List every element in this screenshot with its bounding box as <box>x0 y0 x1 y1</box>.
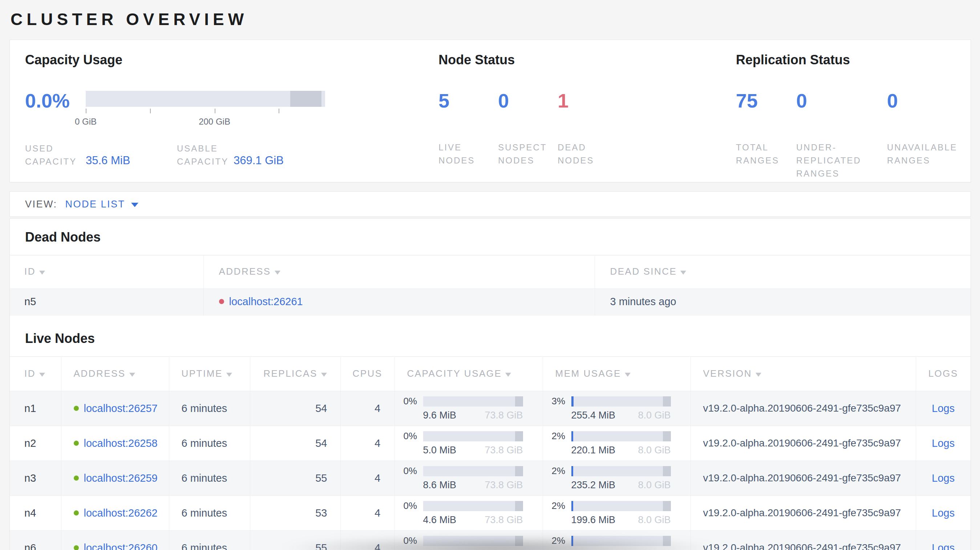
under-replicated-ranges-stat: 0 UNDER-REPLICATED RANGES <box>796 91 887 180</box>
live-col-replicas[interactable]: REPLICAS <box>250 356 340 391</box>
live-node-row: n4 localhost:26262 6 minutes 53 4 0% 4.6… <box>10 496 970 530</box>
suspect-nodes-count: 0 <box>498 91 558 110</box>
node-status-title: Node Status <box>438 52 736 68</box>
mem-used-value: 220.1 MiB <box>571 445 616 456</box>
live-nodes-count: 5 <box>438 91 498 110</box>
live-col-mem-usage[interactable]: MEM USAGE <box>542 356 690 391</box>
sort-arrow-icon <box>129 373 135 377</box>
dead-node-row: n5 localhost:26261 3 minutes ago <box>10 288 970 316</box>
mem-bar <box>571 396 671 407</box>
node-mem-usage-cell: 2% 235.2 MiB 8.0 GiB <box>542 461 690 496</box>
capacity-used-value: 9.6 MiB <box>423 410 457 421</box>
sort-arrow-icon <box>680 271 686 275</box>
used-capacity-label: USED CAPACITY <box>25 142 86 168</box>
live-node-row: n2 localhost:26258 6 minutes 54 4 0% 5.0… <box>10 426 970 461</box>
node-address-cell: localhost:26262 <box>61 496 169 530</box>
logs-link[interactable]: Logs <box>932 437 955 449</box>
dead-col-id[interactable]: ID <box>10 255 204 288</box>
capacity-percent: 0% <box>404 535 420 546</box>
logs-link[interactable]: Logs <box>932 542 955 550</box>
page-title: CLUSTER OVERVIEW <box>11 10 980 29</box>
dead-nodes-stat: 1 DEAD NODES <box>558 91 617 167</box>
live-node-row: n3 localhost:26259 6 minutes 55 4 0% 8.6… <box>10 461 970 496</box>
live-col-capacity-usage[interactable]: CAPACITY USAGE <box>395 356 542 391</box>
unavailable-ranges-label: UNAVAILABLE RANGES <box>887 141 970 167</box>
replication-status-section: Replication Status 75 TOTAL RANGES 0 UND… <box>736 52 970 182</box>
dead-nodes-heading: Dead Nodes <box>25 230 970 245</box>
node-id: n5 <box>10 288 204 316</box>
capacity-axis-tick <box>215 109 215 113</box>
node-replicas: 54 <box>250 391 340 426</box>
capacity-total-value: 73.8 GiB <box>485 445 523 456</box>
node-version: v19.2.0-alpha.20190606-2491-gfe735c9a97 <box>690 530 916 550</box>
mem-total-value: 8.0 GiB <box>638 480 671 491</box>
node-uptime: 6 minutes <box>169 391 250 426</box>
node-id: n6 <box>10 530 61 550</box>
node-logs-cell: Logs <box>916 461 970 496</box>
dead-col-address[interactable]: ADDRESS <box>204 255 595 288</box>
live-col-version[interactable]: VERSION <box>690 356 916 391</box>
cluster-summary-card: Capacity Usage 0.0% 0 GiB200 GiB USED CA… <box>10 40 970 182</box>
node-capacity-usage-cell: 0% 5.0 MiB 73.8 GiB <box>395 426 542 461</box>
sort-arrow-icon <box>39 271 45 275</box>
node-logs-cell: Logs <box>916 391 970 426</box>
suspect-nodes-label: SUSPECT NODES <box>498 141 558 167</box>
mem-used-value: 255.4 MiB <box>571 410 616 421</box>
live-status-dot-icon <box>74 441 79 446</box>
node-address-cell: localhost:26260 <box>61 530 169 550</box>
node-address-link[interactable]: localhost:26261 <box>229 296 303 307</box>
node-replicas: 55 <box>250 461 340 496</box>
node-uptime: 6 minutes <box>169 530 250 550</box>
sort-arrow-icon <box>39 373 45 377</box>
capacity-total-value: 73.8 GiB <box>485 514 523 526</box>
live-col-cpus: CPUS <box>340 356 395 391</box>
under-replicated-label: UNDER-REPLICATED RANGES <box>796 141 866 180</box>
capacity-percent: 0% <box>404 431 420 442</box>
capacity-usage-bar <box>86 91 325 107</box>
node-replicas: 53 <box>250 496 340 530</box>
node-address-link[interactable]: localhost:26257 <box>84 402 158 414</box>
chevron-down-icon[interactable] <box>131 203 138 207</box>
live-node-row: n6 localhost:26260 6 minutes 55 4 0% 7.8… <box>10 530 970 550</box>
node-mem-usage-cell: 2% 199.6 MiB 8.0 GiB <box>542 496 690 530</box>
node-version: v19.2.0-alpha.20190606-2491-gfe735c9a97 <box>690 426 916 461</box>
capacity-axis-tick <box>278 109 279 113</box>
capacity-total-value: 73.8 GiB <box>485 410 523 421</box>
under-replicated-count: 0 <box>796 91 866 110</box>
live-col-uptime[interactable]: UPTIME <box>169 356 250 391</box>
view-dropdown[interactable]: NODE LIST <box>65 199 125 210</box>
mem-bar <box>571 466 671 476</box>
live-col-address[interactable]: ADDRESS <box>61 356 169 391</box>
node-replicas: 54 <box>250 426 340 461</box>
node-mem-usage-cell: 2% 225.5 MiB 8.0 GiB <box>542 530 690 550</box>
node-logs-cell: Logs <box>916 530 970 550</box>
sort-arrow-icon <box>321 373 327 377</box>
usable-capacity-value: 369.1 GiB <box>234 154 284 168</box>
dead-nodes-header-row: ID ADDRESS DEAD SINCE <box>10 255 970 288</box>
node-address-link[interactable]: localhost:26258 <box>84 437 158 449</box>
logs-link[interactable]: Logs <box>932 472 955 484</box>
total-ranges-stat: 75 TOTAL RANGES <box>736 91 796 180</box>
capacity-bar <box>423 536 523 546</box>
capacity-used-value: 8.6 MiB <box>423 480 457 491</box>
live-nodes-table: ID ADDRESS UPTIME REPLICAS CPUS CAPACITY… <box>10 356 970 550</box>
node-version: v19.2.0-alpha.20190606-2491-gfe735c9a97 <box>690 391 916 426</box>
mem-total-value: 8.0 GiB <box>638 445 671 456</box>
live-status-dot-icon <box>74 406 79 411</box>
logs-link[interactable]: Logs <box>932 402 955 414</box>
node-capacity-usage-cell: 0% 9.6 MiB 73.8 GiB <box>395 391 542 426</box>
live-col-id[interactable]: ID <box>10 356 61 391</box>
capacity-usage-title: Capacity Usage <box>25 52 438 68</box>
node-uptime: 6 minutes <box>169 496 250 530</box>
mem-bar <box>571 501 671 511</box>
node-status-section: Node Status 5 LIVE NODES 0 SUSPECT NODES… <box>438 52 736 182</box>
dead-col-dead-since[interactable]: DEAD SINCE <box>595 255 970 288</box>
logs-link[interactable]: Logs <box>932 507 955 519</box>
node-uptime: 6 minutes <box>169 426 250 461</box>
node-address-link[interactable]: localhost:26260 <box>84 542 158 550</box>
suspect-nodes-stat: 0 SUSPECT NODES <box>498 91 558 167</box>
mem-percent: 2% <box>552 535 568 546</box>
node-address-link[interactable]: localhost:26259 <box>84 472 158 484</box>
node-address-link[interactable]: localhost:26262 <box>84 507 158 519</box>
node-id: n3 <box>10 461 61 496</box>
